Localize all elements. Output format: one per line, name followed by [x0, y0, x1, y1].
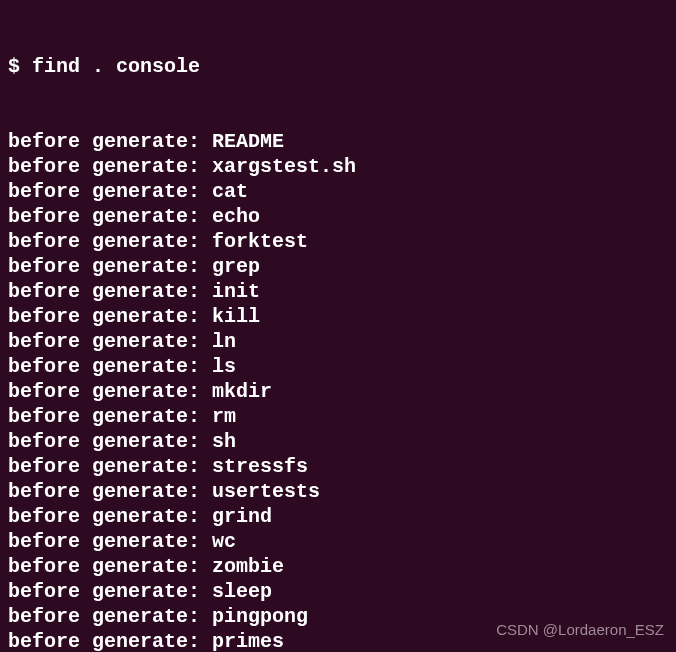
output-line: before generate: cat: [8, 179, 668, 204]
output-prefix: before generate:: [8, 305, 212, 328]
output-prefix: before generate:: [8, 180, 212, 203]
output-value: kill: [212, 305, 260, 328]
command-line: $ find . console: [8, 54, 668, 79]
output-prefix: before generate:: [8, 530, 212, 553]
output-line: before generate: forktest: [8, 229, 668, 254]
output-prefix: before generate:: [8, 380, 212, 403]
output-value: usertests: [212, 480, 320, 503]
output-value: cat: [212, 180, 248, 203]
output-value: ls: [212, 355, 236, 378]
output-prefix: before generate:: [8, 505, 212, 528]
output-value: sh: [212, 430, 236, 453]
output-value: ln: [212, 330, 236, 353]
output-value: init: [212, 280, 260, 303]
output-value: stressfs: [212, 455, 308, 478]
output-value: forktest: [212, 230, 308, 253]
output-line: before generate: init: [8, 279, 668, 304]
output-prefix: before generate:: [8, 130, 212, 153]
output-prefix: before generate:: [8, 330, 212, 353]
output-line: before generate: xargstest.sh: [8, 154, 668, 179]
output-line: before generate: README: [8, 129, 668, 154]
output-line: before generate: stressfs: [8, 454, 668, 479]
output-prefix: before generate:: [8, 355, 212, 378]
output-line: before generate: echo: [8, 204, 668, 229]
output-prefix: before generate:: [8, 280, 212, 303]
prompt-symbol: $: [8, 54, 32, 79]
output-value: README: [212, 130, 284, 153]
output-value: echo: [212, 205, 260, 228]
output-line: before generate: usertests: [8, 479, 668, 504]
output-line: before generate: grind: [8, 504, 668, 529]
output-prefix: before generate:: [8, 555, 212, 578]
output-value: grind: [212, 505, 272, 528]
output-prefix: before generate:: [8, 455, 212, 478]
output-line: before generate: zombie: [8, 554, 668, 579]
output-line: before generate: kill: [8, 304, 668, 329]
output-prefix: before generate:: [8, 255, 212, 278]
output-value: grep: [212, 255, 260, 278]
output-value: rm: [212, 405, 236, 428]
output-prefix: before generate:: [8, 580, 212, 603]
output-value: mkdir: [212, 380, 272, 403]
output-line: before generate: rm: [8, 404, 668, 429]
output-prefix: before generate:: [8, 630, 212, 652]
output-line: before generate: sh: [8, 429, 668, 454]
output-value: sleep: [212, 580, 272, 603]
output-line: before generate: wc: [8, 529, 668, 554]
output-line: before generate: mkdir: [8, 379, 668, 404]
output-prefix: before generate:: [8, 480, 212, 503]
output-prefix: before generate:: [8, 430, 212, 453]
terminal-output: $ find . console before generate: README…: [8, 4, 668, 652]
command-text: find . console: [32, 54, 200, 79]
output-value: zombie: [212, 555, 284, 578]
output-line: before generate: sleep: [8, 579, 668, 604]
output-value: xargstest.sh: [212, 155, 356, 178]
watermark-text: CSDN @Lordaeron_ESZ: [496, 621, 664, 640]
output-value: pingpong: [212, 605, 308, 628]
output-prefix: before generate:: [8, 205, 212, 228]
output-line: before generate: ln: [8, 329, 668, 354]
output-value: primes: [212, 630, 284, 652]
output-line: before generate: grep: [8, 254, 668, 279]
output-prefix: before generate:: [8, 230, 212, 253]
output-prefix: before generate:: [8, 605, 212, 628]
output-value: wc: [212, 530, 236, 553]
output-prefix: before generate:: [8, 155, 212, 178]
output-prefix: before generate:: [8, 405, 212, 428]
output-line: before generate: ls: [8, 354, 668, 379]
